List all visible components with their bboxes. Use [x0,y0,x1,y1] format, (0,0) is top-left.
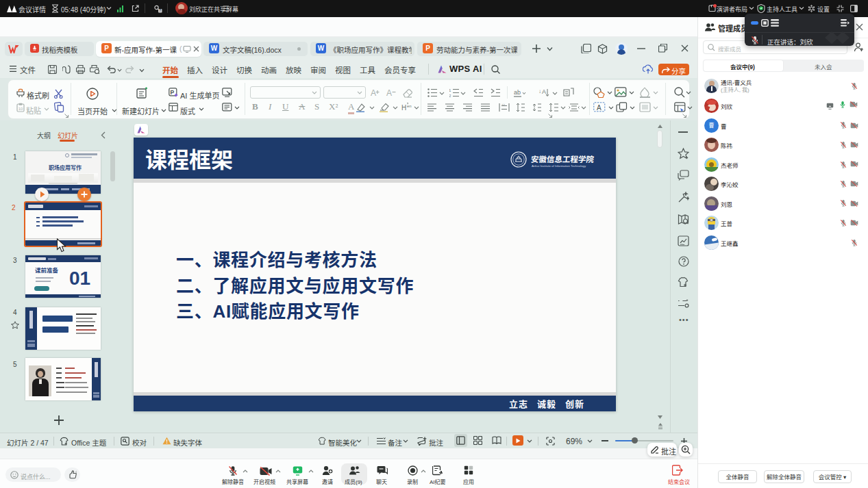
svg-text:↓: ↓ [538,88,541,94]
svg-text:?: ? [159,9,161,12]
svg-text:A: A [597,104,602,112]
svg-text:A: A [371,88,376,98]
svg-text:1: 1 [449,88,451,92]
svg-text:A: A [542,88,546,95]
svg-text:H: H [401,104,406,112]
svg-text:P: P [171,89,175,96]
svg-text:A: A [386,88,392,98]
svg-text:ab: ab [514,89,521,96]
svg-text:en: en [407,104,412,108]
svg-text:10: 10 [18,107,23,111]
svg-text:<>: <> [502,103,506,106]
svg-text:2: 2 [449,94,451,97]
